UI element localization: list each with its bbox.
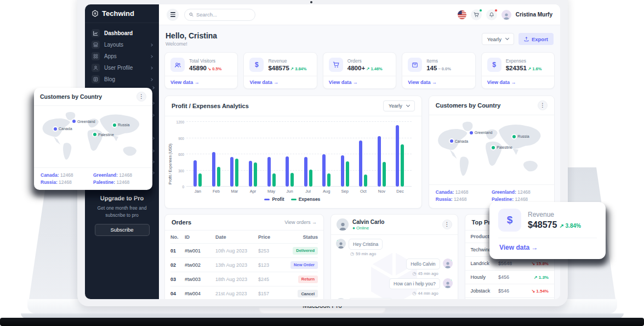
bar-expenses-feb — [217, 167, 220, 187]
stat-trend: ↗ 1.46% — [366, 66, 383, 71]
table-row[interactable]: 04#tw00421st Aug 2023$157Cancel — [170, 286, 318, 299]
blog-icon — [92, 75, 100, 83]
table-row[interactable]: Jobstack$546↘ 1.54% — [465, 284, 554, 298]
chart-y-axis-label: Profit / Expenses (USD) — [168, 122, 172, 206]
cart-badge — [479, 9, 482, 12]
card-title: Orders — [172, 219, 191, 226]
bar-group-apr — [244, 122, 263, 187]
bar-profit-nov — [378, 136, 381, 187]
more-options-icon[interactable]: ⋮ — [442, 220, 452, 229]
user-icon — [92, 64, 100, 72]
floating-customers-by-country-card: Customers by Country ⋮ CanadaGreenlandRu… — [34, 88, 152, 190]
view-data-link[interactable]: View data → — [244, 76, 316, 88]
view-orders-link[interactable]: View orders → — [284, 220, 317, 225]
map-marker-palestine: Palestine — [93, 133, 114, 137]
laptop-base-bottom — [0, 318, 644, 326]
clock-icon — [350, 251, 354, 256]
country-stat: Canada: 12468 — [436, 189, 492, 196]
map-marker-canada: Canada — [450, 139, 469, 143]
cart-button[interactable] — [471, 9, 482, 20]
subscribe-button[interactable]: Subscribe — [95, 224, 150, 236]
revenue-value: $48575 — [528, 220, 557, 229]
map-marker-canada: Canada — [54, 127, 72, 131]
view-data-link[interactable]: View data → — [498, 238, 597, 257]
status-badge: Return — [298, 276, 318, 283]
sidebar-item-apps[interactable]: Apps — [85, 50, 159, 62]
bar-profit-jul — [304, 157, 307, 187]
map-marker-greenland: Greenland — [72, 120, 95, 123]
view-data-link[interactable]: View data → — [165, 76, 237, 88]
bar-profit-may — [267, 157, 271, 187]
analytics-card: Profit / Expenses Analytics Yearly Profi… — [164, 95, 422, 209]
view-data-link[interactable]: View data → — [482, 76, 554, 88]
orders-card: Orders View orders → No.IDDatePriceStatu… — [164, 214, 324, 299]
more-options-icon[interactable]: ⋮ — [136, 92, 146, 102]
user-avatar[interactable] — [501, 10, 511, 20]
bar-expenses-mar — [235, 159, 238, 187]
upgrade-panel: Upgrade to Pro Get one month free and su… — [90, 195, 153, 236]
period-select[interactable]: Yearly — [482, 33, 514, 45]
more-options-icon[interactable]: ⋮ — [538, 100, 548, 110]
world-map-graphic — [38, 108, 148, 165]
chart-x-axis: JanFebMarAprMayJunJulAugSepOctNovDec — [186, 187, 412, 194]
table-row[interactable]: Hously$456↗ 1.3% — [465, 271, 554, 284]
sidebar-item-label: Dashboard — [104, 30, 133, 36]
message-time: 44 min ago — [336, 291, 438, 296]
chevron-right-icon — [150, 66, 153, 70]
bar-profit-oct — [359, 140, 362, 187]
view-data-link[interactable]: View data → — [323, 76, 396, 88]
chat-message: Nice to meet you — [336, 298, 453, 299]
us-flag-icon[interactable] — [458, 10, 466, 19]
online-dot — [451, 278, 453, 281]
sidebar-item-user-profile[interactable]: User Profile — [85, 62, 159, 74]
bar-group-mar — [225, 122, 244, 187]
sidebar-item-layouts[interactable]: Layouts — [85, 39, 159, 50]
stat-value: $48575 — [268, 65, 289, 71]
upgrade-title: Upgrade to Pro — [90, 195, 153, 201]
sidebar-nav: Dashboard Layouts Apps User Profile — [85, 23, 159, 85]
macbook-mockup: MacBook Pro Techwind Dashboard Layouts — [0, 0, 644, 326]
map-marker-palestine: Palestine — [492, 145, 512, 149]
chart-legend: ProfitExpenses — [171, 194, 414, 203]
chat-message: Hello Calvin 45 min ago — [336, 258, 453, 276]
table-row[interactable]: 01#tw00110th Aug 2023$253Delivered — [170, 244, 318, 258]
chat-contact-name: Calvin Carlo — [352, 219, 384, 225]
country-stat: Greenland: 12468 — [93, 172, 146, 179]
bar-group-aug — [317, 122, 336, 187]
x-tick-label: Oct — [354, 189, 373, 194]
x-tick-label: Jul — [299, 189, 317, 194]
sidebar-item-blog[interactable]: Blog — [85, 74, 159, 85]
chevron-right-icon — [150, 78, 153, 81]
sidebar-item-dashboard[interactable]: Dashboard — [85, 27, 159, 39]
world-map: CanadaGreenlandRussiaPalestine — [38, 108, 148, 165]
stat-label: Revenue — [268, 58, 306, 64]
notifications-button[interactable] — [486, 9, 497, 20]
brand[interactable]: Techwind — [85, 4, 159, 23]
table-row[interactable]: 02#tw00213th Aug 2023$123New Order — [170, 258, 318, 272]
search-icon — [189, 12, 193, 17]
clock-icon — [413, 291, 417, 296]
stat-value: 145 — [426, 65, 437, 71]
page-subtitle: Welcome! — [166, 41, 217, 47]
search-input[interactable] — [196, 12, 250, 18]
menu-toggle-button[interactable] — [167, 9, 179, 21]
chevron-right-icon — [150, 43, 153, 47]
bar-group-sep — [336, 122, 355, 187]
chart-period-select[interactable]: Yearly — [383, 100, 415, 111]
card-title: Customers by Country — [40, 93, 102, 100]
view-data-link[interactable]: View data → — [402, 76, 475, 88]
floating-revenue-card: $ Revenue $48575↗ 3.84% View data → — [489, 202, 606, 259]
stat-value: $24351 — [506, 65, 527, 71]
search-box[interactable] — [184, 9, 255, 21]
bar-expenses-dec — [401, 144, 404, 187]
stat-trend: ↗ 3.84% — [290, 66, 307, 71]
cart-icon — [329, 58, 343, 72]
stat-card-total-visitors: Total Visitors 45890↘ 0.5% View data → — [164, 52, 238, 89]
table-row[interactable]: 03#tw00318th Aug 2023$245Return — [170, 272, 318, 286]
user-name[interactable]: Cristina Murfy — [516, 12, 552, 18]
export-button[interactable]: Export — [518, 33, 554, 45]
dollar-icon: $ — [487, 58, 501, 72]
stat-card-items: Items 145~ 0.0% View data → — [402, 52, 475, 89]
avatar — [443, 258, 453, 268]
dashboard-app: Techwind Dashboard Layouts Apps — [85, 4, 560, 299]
